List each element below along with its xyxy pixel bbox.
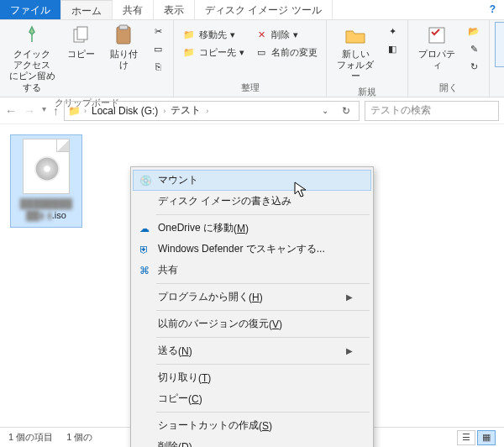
copy-button[interactable]: コピー [62,22,99,61]
file-name: ██████████▮ ▮.iso [13,197,80,222]
copy-to-icon: 📁 [182,45,196,59]
delete-icon: ✕ [255,28,268,41]
disc-image-icon [23,139,70,194]
address-dropdown-button[interactable]: ⌄ [317,106,333,115]
properties-icon [425,24,449,47]
group-label-open: 開く [439,80,458,97]
address-bar[interactable]: 📁 › Local Disk (G:) › テスト › ⌄ ↻ [64,101,360,121]
tab-view[interactable]: 表示 [154,0,195,19]
rename-icon: ▭ [255,45,268,59]
select-button[interactable]: 選択 [495,22,504,67]
edit-icon: ✎ [467,42,480,55]
paste-icon [112,24,135,47]
ribbon: クイック アクセス にピン留めする コピー 貼り付け ✂ ▭ ⎘ クリップボード… [0,20,504,97]
open-icon: 📂 [467,24,480,38]
move-to-icon: 📁 [182,28,196,41]
ctx-copy[interactable]: コピー(C) [133,388,371,409]
history-icon: ↻ [467,60,480,73]
edit-button[interactable]: ✎ [464,41,484,56]
ctx-separator [156,337,370,338]
paste-button[interactable]: 貼り付け [102,22,144,72]
context-menu: 💿マウント ディスク イメージの書き込み ☁OneDrive に移動(M) ⛨W… [130,166,374,447]
ctx-onedrive[interactable]: ☁OneDrive に移動(M) [133,218,371,239]
ribbon-group-new: 新しい フォルダー ✦ ◧ 新規 [327,20,408,97]
properties-button[interactable]: プロパティ [413,22,460,72]
cut-button[interactable]: ✂ [148,24,168,39]
ctx-open-with[interactable]: プログラムから開く(H)▶ [133,287,371,308]
move-to-button[interactable]: 📁移動先 ▾ [179,27,248,42]
rename-button[interactable]: ▭名前の変更 [251,45,321,60]
ctx-restore-versions[interactable]: 以前のバージョンの復元(V) [133,313,371,334]
group-label-new: 新規 [358,84,376,101]
pin-to-quick-access-button[interactable]: クイック アクセス にピン留めする [5,22,59,95]
nav-forward-button[interactable]: → [24,104,35,118]
ctx-separator [156,283,370,284]
status-item-count: 1 個の項目 [8,431,53,444]
ctx-send-to[interactable]: 送る(N)▶ [133,340,371,361]
window-tabs: ファイル ホーム 共有 表示 ディスク イメージ ツール ? [0,0,504,20]
view-icons-button[interactable]: ▦ [477,430,496,445]
crumb-drive[interactable]: Local Disk (G:) [90,105,160,117]
help-icon[interactable]: ? [481,0,504,19]
new-folder-icon [344,24,367,47]
easy-access-icon: ◧ [386,42,399,55]
svg-rect-4 [429,28,444,43]
refresh-button[interactable]: ↻ [337,105,355,117]
onedrive-icon: ☁ [138,222,151,235]
scissors-icon: ✂ [151,24,165,38]
open-dd-button[interactable]: 📂 [464,24,484,39]
search-input[interactable]: テストの検索 [365,101,499,121]
shield-icon: ⛨ [138,243,151,256]
tab-file[interactable]: ファイル [0,0,61,19]
ctx-delete[interactable]: 削除(D) [133,436,371,447]
share-icon: ⌘ [138,264,151,277]
svg-rect-1 [77,27,87,39]
disc-icon: 💿 [139,174,152,187]
copy-path-button[interactable]: ▭ [148,41,168,56]
ctx-cut[interactable]: 切り取り(T) [133,367,371,388]
path-icon: ▭ [151,42,165,55]
file-item-iso[interactable]: ██████████▮ ▮.iso [10,134,82,228]
ctx-burn[interactable]: ディスク イメージの書き込み [133,191,371,212]
new-item-button[interactable]: ✦ [382,24,402,39]
ctx-separator [156,412,370,413]
svg-rect-3 [119,25,128,29]
status-selected: 1 個の [66,431,92,444]
history-button[interactable]: ↻ [464,59,484,74]
ctx-separator [156,214,370,215]
crumb-folder[interactable]: テスト [169,103,202,118]
ribbon-group-open: プロパティ 📂 ✎ ↻ 開く [408,20,490,97]
ctx-separator [156,310,370,311]
nav-recent-button[interactable]: ▾ [42,104,46,118]
ctx-separator [156,364,370,365]
copy-icon [69,24,92,47]
ctx-share[interactable]: ⌘共有 [133,260,371,281]
ribbon-group-clipboard: クイック アクセス にピン留めする コピー 貼り付け ✂ ▭ ⎘ クリップボード [0,20,174,97]
ctx-defender[interactable]: ⛨Windows Defender でスキャンする... [133,239,371,260]
nav-arrows: ← → ▾ ↑ [5,104,59,118]
group-label-organize: 整理 [241,80,260,97]
drive-icon: 📁 [68,105,81,117]
tab-disc-image-tools[interactable]: ディスク イメージ ツール [195,0,333,19]
ctx-mount[interactable]: 💿マウント [133,170,371,191]
address-row: ← → ▾ ↑ 📁 › Local Disk (G:) › テスト › ⌄ ↻ … [0,97,504,124]
ribbon-group-select: 選択 [490,20,504,97]
new-folder-button[interactable]: 新しい フォルダー [332,22,379,84]
nav-up-button[interactable]: ↑ [53,104,59,118]
delete-button[interactable]: ✕削除 ▾ [251,27,321,42]
easy-access-button[interactable]: ◧ [382,41,402,56]
copy-to-button[interactable]: 📁コピー先 ▾ [179,45,248,60]
nav-back-button[interactable]: ← [5,104,17,118]
tab-share[interactable]: 共有 [113,0,154,19]
view-details-button[interactable]: ☰ [457,430,475,445]
paste-shortcut-button[interactable]: ⎘ [148,59,168,74]
cursor-icon [294,181,307,202]
pin-icon [20,24,44,47]
tab-home[interactable]: ホーム [61,0,113,19]
ctx-create-shortcut[interactable]: ショートカットの作成(S) [133,415,371,436]
new-item-icon: ✦ [386,24,399,38]
ribbon-group-organize: 📁移動先 ▾ 📁コピー先 ▾ ✕削除 ▾ ▭名前の変更 整理 [174,20,327,97]
shortcut-icon: ⎘ [151,60,165,73]
